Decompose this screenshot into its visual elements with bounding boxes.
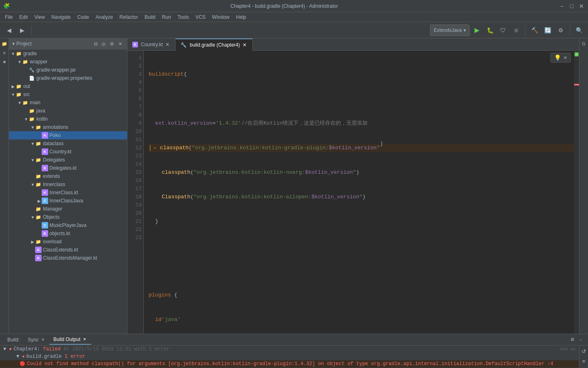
gradle-side-button[interactable]: G <box>580 40 588 47</box>
scroll-to-file-button[interactable]: ◎ <box>100 40 107 47</box>
toggle-gradle[interactable]: ▼ <box>11 52 16 56</box>
tree-item-country-kt[interactable]: K Country.kt <box>9 148 127 156</box>
menu-analyze[interactable]: Analyze <box>92 13 116 21</box>
menu-view[interactable]: View <box>31 13 48 21</box>
toggle-innerclass[interactable]: ▼ <box>30 182 35 187</box>
toggle-innerclass-java[interactable]: ▶ <box>37 199 42 203</box>
tree-item-innerclass[interactable]: ▼ 📁 Innerclass <box>9 180 127 188</box>
project-close-button[interactable]: ✕ <box>116 40 124 47</box>
menu-tools[interactable]: Tools <box>174 13 192 21</box>
toggle-dataclass[interactable]: ▼ <box>30 141 35 146</box>
run-coverage-button[interactable]: 🛡 <box>497 25 509 36</box>
sync-tab-close[interactable]: ✕ <box>40 337 45 342</box>
tab-close-country[interactable]: ✕ <box>165 42 170 47</box>
tree-item-delegates[interactable]: ▼ 📁 Delegates <box>9 156 127 164</box>
tab-country-kt[interactable]: K Country.kt ✕ <box>127 38 176 51</box>
maximize-button[interactable]: □ <box>568 3 575 9</box>
tree-item-musicplayer[interactable]: C MusicPlayerJava <box>9 221 127 229</box>
project-settings-button[interactable]: ⚙ <box>108 40 116 47</box>
tree-item-objects[interactable]: ▼ 📁 Objects <box>9 213 127 221</box>
tree-item-classextends[interactable]: K ClassExtends.kt <box>9 246 127 254</box>
build-tab-output[interactable]: Build Output ✕ <box>49 335 91 345</box>
tree-item-src[interactable]: ▼ 📁 src <box>9 90 127 99</box>
menu-refactor[interactable]: Refactor <box>116 13 141 21</box>
menu-navigate[interactable]: Navigate <box>48 13 74 21</box>
settings-button[interactable]: ⚙ <box>555 25 566 36</box>
build-tab-sync[interactable]: Sync ✕ <box>24 335 49 344</box>
tab-close-build-gradle[interactable]: ✕ <box>242 42 247 48</box>
structure-tool-button[interactable]: ≡ <box>1 49 8 56</box>
build-row-gradle[interactable]: ▼ ● build.gradle 1 error <box>7 353 579 360</box>
tab-build-gradle[interactable]: 🔧 build.gradle (Chapter4) ✕ <box>176 38 253 51</box>
toggle-main[interactable]: ▼ <box>17 101 22 105</box>
tree-item-dataclass[interactable]: ▼ 📁 dataclass <box>9 139 127 148</box>
stop-button[interactable]: ⏹ <box>510 25 522 36</box>
run-config-label: ExtendsJava <box>434 27 462 33</box>
menu-file[interactable]: File <box>2 13 16 21</box>
tree-item-poko[interactable]: K Poko <box>9 131 127 139</box>
menu-window[interactable]: Window <box>209 13 233 21</box>
tree-item-out[interactable]: ▶ 📁 out <box>9 82 127 90</box>
tree-item-gradle[interactable]: ▼ 📁 gradle <box>9 49 127 58</box>
nav-forward-button[interactable]: ▶ <box>16 25 28 36</box>
debug-button[interactable]: 🐛 <box>484 25 496 36</box>
menu-vcs[interactable]: VCS <box>192 13 209 21</box>
project-tool-button[interactable]: 📁 <box>1 40 8 47</box>
build-row-error[interactable]: 🔴 Could not find method classpath() for … <box>0 360 579 368</box>
menu-build[interactable]: Build <box>141 13 159 21</box>
toggle-out[interactable]: ▶ <box>11 84 16 89</box>
toggle-overload[interactable]: ▶ <box>30 240 35 244</box>
tree-item-main[interactable]: ▼ 📁 main <box>9 99 127 107</box>
build-sync-icon[interactable]: ↺ <box>580 347 588 355</box>
tree-item-innerclass-java[interactable]: ▶ C InnerClassJava <box>9 197 127 205</box>
build-settings-button[interactable]: ⚙ <box>568 336 577 344</box>
toggle-delegates[interactable]: ▼ <box>30 158 35 162</box>
menu-edit[interactable]: Edit <box>16 13 31 21</box>
menu-run[interactable]: Run <box>159 13 174 21</box>
run-button[interactable]: ▶ <box>471 25 483 36</box>
collapse-all-button[interactable]: ⊟ <box>92 40 99 47</box>
toggle-annotations[interactable]: ▼ <box>30 125 35 130</box>
build-list-icon[interactable]: ≡ <box>580 357 588 365</box>
tree-item-extends[interactable]: 📁 extends <box>9 172 127 180</box>
menu-help[interactable]: Help <box>233 13 249 21</box>
tree-item-java[interactable]: 📁 java <box>9 107 127 115</box>
close-button[interactable]: ✕ <box>578 3 585 9</box>
tree-item-manager[interactable]: 📁 Manager <box>9 205 127 213</box>
tree-label-src: src <box>23 92 30 97</box>
tree-item-gradle-jar[interactable]: 🔧 gradle-wrapper.jar <box>9 66 127 74</box>
tree-item-classextendsmanager[interactable]: K ClassExtendsManager.kt <box>9 254 127 262</box>
toggle-src[interactable]: ▼ <box>11 92 16 97</box>
run-config-selector[interactable]: ExtendsJava ▾ <box>430 25 470 36</box>
code-content[interactable]: buildscript{ ext.kotlin_version='1.4.32'… <box>144 51 579 334</box>
folder-icon-manager: 📁 <box>35 206 42 212</box>
toggle-kotlin[interactable]: ▼ <box>24 117 29 121</box>
code-editor[interactable]: 1 2 3 4 5 6 7 8 9 10 11 12 13 14 15 16 1… <box>127 51 579 334</box>
toggle-objects[interactable]: ▼ <box>30 215 35 220</box>
build-tab-build-label[interactable]: Build: <box>3 335 24 344</box>
tree-item-gradle-props[interactable]: 📄 gradle-wrapper.properties <box>9 74 127 82</box>
nav-back-button[interactable]: ◀ <box>3 25 15 36</box>
sync-button[interactable]: 🔄 <box>542 25 553 36</box>
minimize-button[interactable]: − <box>559 3 565 9</box>
floating-close[interactable]: ✕ <box>564 55 567 61</box>
gutter-error-mark[interactable] <box>574 84 579 85</box>
toggle-wrapper[interactable]: ▼ <box>17 60 22 64</box>
tree-item-kotlin[interactable]: ▼ 📁 kotlin <box>9 115 127 123</box>
build-project-button[interactable]: 🔨 <box>529 25 540 36</box>
tree-item-annotations[interactable]: ▼ 📁 annotations <box>9 123 127 131</box>
search-everywhere-button[interactable]: 🔍 <box>573 25 585 36</box>
build-output-close[interactable]: ✕ <box>82 337 87 342</box>
tree-item-delegates-kt[interactable]: K Delegates.kt <box>9 164 127 172</box>
expand-chapter4[interactable]: ▼ <box>3 346 9 352</box>
tree-item-wrapper[interactable]: ▼ 📁 wrapper <box>9 58 127 66</box>
menu-code[interactable]: Code <box>74 13 92 21</box>
java-icon-musicplayer: C <box>42 222 48 229</box>
tree-item-innerclass-kt[interactable]: K InnerClass.kt <box>9 188 127 197</box>
build-minimize-button[interactable]: − <box>577 336 585 344</box>
tree-item-objects-kt[interactable]: K objects.kt <box>9 229 127 238</box>
tree-item-overload[interactable]: ▶ 📁 overload <box>9 238 127 246</box>
build-row-main[interactable]: ▼ ● Chapter4: failed At 2021/5/19 0019 1… <box>0 346 579 353</box>
favorites-tool-button[interactable]: ★ <box>1 58 8 65</box>
expand-build-gradle[interactable]: ▼ <box>16 354 22 359</box>
